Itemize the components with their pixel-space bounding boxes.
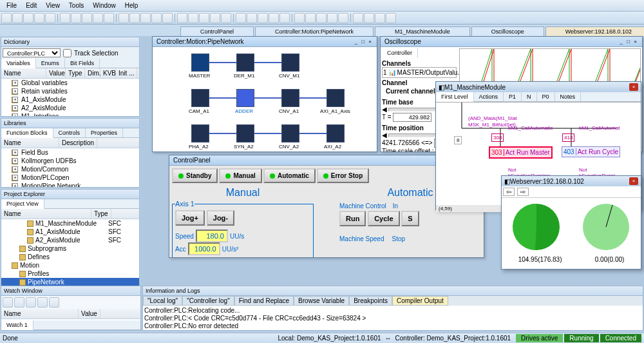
tree-item[interactable]: +A1_AxisModule [1,95,139,104]
tree-item[interactable]: +A2_AxisModule [1,104,139,112]
tree-item[interactable]: +Kollmorgen UDFBs [1,157,139,165]
tree-item[interactable]: Subprograms [1,244,139,253]
scope-tab[interactable]: Controller [382,48,418,58]
pipe-node[interactable] [236,89,254,107]
s-button[interactable]: S [401,211,419,226]
menu-window[interactable]: Window [89,1,120,10]
log-tab[interactable]: Browse Variable [294,296,349,306]
tab[interactable]: Actions [474,92,504,101]
tab[interactable]: P1 [504,92,522,101]
speed-field[interactable]: 180.0 [196,230,228,242]
toolbar-button[interactable] [177,13,187,23]
toolbar-button[interactable] [82,13,92,23]
tree-item[interactable]: Defines [1,253,139,261]
mode-automatic-button[interactable]: Automatic [263,168,316,183]
toolbar-button[interactable] [60,13,70,23]
toolbar-button[interactable] [129,13,140,23]
toolbar-button[interactable] [353,13,363,23]
pipe-node[interactable] [281,54,299,72]
toolbar-button[interactable] [386,13,396,23]
toolbar-button[interactable] [93,13,103,23]
mode-error-stop-button[interactable]: Error Stop [317,168,369,183]
toolbar-button[interactable] [12,13,23,23]
toolbar-button[interactable] [118,13,129,23]
pipe-node[interactable] [281,124,299,142]
log-tab[interactable]: Breakpoints [349,296,392,306]
pipe-node[interactable] [191,124,209,142]
doc-tab[interactable]: ControlPanel [180,26,254,36]
watch-tab[interactable]: Watch 1 [1,320,33,330]
doc-tab[interactable]: M1_MaschineModule [375,26,470,36]
menu-edit[interactable]: Edit [22,1,41,10]
webserver-window[interactable]: ◧ Webserver:192.168.0.102× ⇦ ⇨ 104.95(17… [501,175,641,270]
jog-minus-button[interactable]: Jog- [207,210,234,226]
tab[interactable]: Notes [555,92,582,101]
watch-tb-button[interactable] [37,297,48,308]
toolbar-button[interactable] [258,13,268,23]
tree-item[interactable]: A2_AxisModuleSFC [1,236,139,244]
window-controls[interactable]: _ □ × [620,39,638,44]
watch-tb-button[interactable] [3,297,13,308]
controller-combo[interactable]: Controller:PLC [3,48,61,57]
timebase-input[interactable] [393,113,431,122]
tree-item[interactable]: Profiles [1,270,139,278]
log-output[interactable]: Controller:PLC:Relocating code...Control… [143,306,643,330]
menu-file[interactable]: File [3,1,21,10]
mode-standby-button[interactable]: Standby [172,168,218,183]
cycle-button[interactable]: Cycle [368,211,399,226]
toolbar-button[interactable] [1,13,12,23]
mode-manual-button[interactable]: Manual [219,168,261,183]
tree-item[interactable]: +Field Bus [1,148,139,157]
menu-help[interactable]: Help [121,1,142,10]
toolbar-button[interactable] [221,13,231,23]
toolbar-button[interactable] [338,13,348,23]
pipe-node[interactable] [236,54,254,72]
tab[interactable]: First Level [436,92,474,102]
tab[interactable]: Function Blocks [1,128,53,138]
pipe-node[interactable] [191,89,209,107]
pipe-canvas[interactable]: MASTER DER_M1 CNV_M1 CAM_A1 ADDER CNV_A1… [153,47,377,152]
toolbar-button[interactable] [279,13,290,23]
track-selection-checkbox[interactable] [63,49,71,57]
back-button[interactable]: ⇦ [503,188,515,196]
doc-tab[interactable]: Controller:Motion:PipeNetwork [255,26,374,36]
toolbar-button[interactable] [247,13,257,23]
dictionary-tree[interactable]: +Global variables+Retain variables+A1_Ax… [1,79,139,116]
watch-tb-button[interactable] [14,297,24,308]
toolbar-button[interactable] [269,13,279,23]
log-tab[interactable]: "Local log" [143,296,182,306]
toolbar-button[interactable] [294,13,305,23]
toolbar-button[interactable] [210,13,220,23]
pipe-node[interactable] [281,89,299,107]
tree-item[interactable]: +Motion/Pipe Network [1,182,139,187]
toolbar-button[interactable] [162,13,173,23]
toolbar-button[interactable] [199,13,209,23]
tree-item[interactable]: +Motion/Common [1,165,139,173]
tab[interactable]: Variables [1,59,36,68]
toolbar-button[interactable] [151,13,162,23]
tree-item[interactable]: Motion [1,261,139,270]
toolbar-button[interactable] [34,13,44,23]
forward-button[interactable]: ⇨ [517,188,529,196]
pipe-network-window[interactable]: Controller:Motion:PipeNetwork_ □ × MASTE… [152,36,377,152]
toolbar-button[interactable] [316,13,327,23]
tab[interactable]: P0 [537,92,555,101]
doc-tab[interactable]: Oscilloscope [471,26,544,36]
tab[interactable]: N [522,92,537,101]
watch-tb-button[interactable] [26,297,36,308]
jog-plus-button[interactable]: Jog+ [175,210,205,226]
tab[interactable]: Properties [86,128,123,137]
close-button[interactable]: × [629,177,638,185]
run-button[interactable]: Run [339,211,366,226]
pipe-node-master[interactable] [191,54,209,72]
log-tab[interactable]: Compiler Output [392,296,448,306]
tab[interactable]: Enums [36,59,65,68]
pipe-node[interactable] [327,89,345,107]
libraries-tree[interactable]: +Field Bus+Kollmorgen UDFBs+Motion/Commo… [1,148,139,187]
window-controls[interactable]: _ □ × [355,39,373,44]
toolbar-button[interactable] [236,13,246,23]
tree-item[interactable]: +M1_Interface [1,112,139,116]
close-button[interactable]: × [629,83,638,91]
toolbar-button[interactable] [375,13,385,23]
toolbar-button[interactable] [188,13,198,23]
